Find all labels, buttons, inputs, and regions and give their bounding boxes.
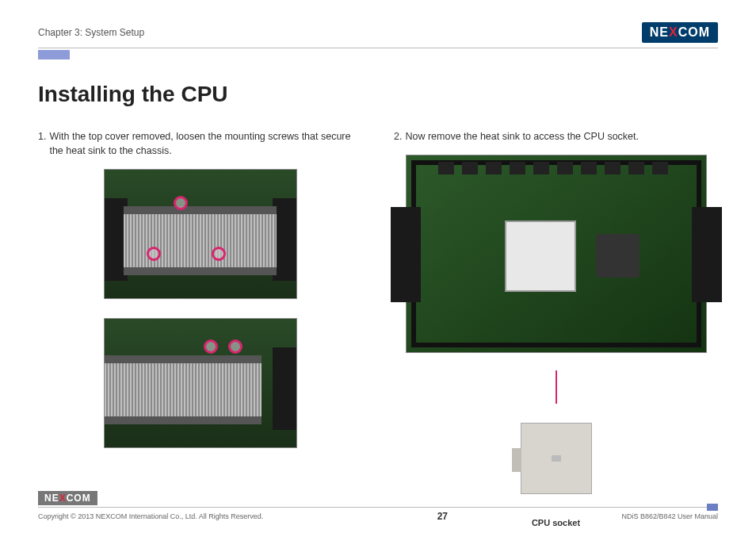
step-1-text: With the top cover removed, loosen the m…	[49, 129, 362, 158]
step-1: 1. With the top cover removed, loosen th…	[38, 129, 362, 158]
copyright-text: Copyright © 2013 NEXCOM International Co…	[38, 512, 263, 520]
figure-motherboard	[406, 155, 707, 353]
page-title: Installing the CPU	[38, 82, 718, 107]
step-2-number: 2.	[394, 129, 402, 144]
brand-logo: NEXCOM	[642, 22, 718, 43]
accent-bar	[38, 50, 70, 59]
figure-cpu-socket-detail	[521, 423, 592, 494]
chapter-label: Chapter 3: System Setup	[38, 27, 144, 38]
callout-line	[556, 370, 557, 404]
header-divider	[38, 48, 718, 48]
footer-logo: NEXCOM	[38, 491, 97, 505]
logo-part-x: X	[669, 25, 678, 40]
step-2-text: Now remove the heat sink to access the C…	[405, 129, 718, 144]
figure-heatsink-top	[104, 169, 297, 299]
logo-part-left: NE	[650, 25, 669, 40]
manual-name: NDiS B862/B842 User Manual	[621, 512, 718, 520]
figure-heatsink-bottom	[104, 318, 297, 448]
footer-divider	[38, 507, 718, 508]
page-number: 27	[437, 511, 448, 522]
step-1-number: 1.	[38, 129, 46, 158]
step-2: 2. Now remove the heat sink to access th…	[394, 129, 718, 144]
logo-part-right: COM	[678, 25, 710, 40]
